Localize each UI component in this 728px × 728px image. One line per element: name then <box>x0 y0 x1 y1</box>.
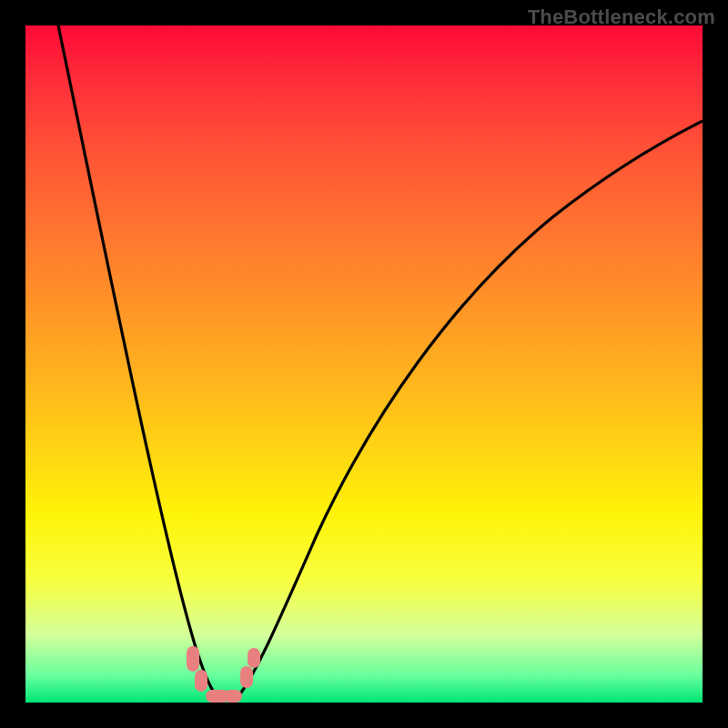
marker-point <box>187 646 199 672</box>
marker-point <box>224 690 242 703</box>
curve-left-branch <box>58 25 220 701</box>
watermark-text: TheBottleneck.com <box>528 5 715 29</box>
marker-point <box>248 648 260 668</box>
marker-point <box>240 666 253 688</box>
chart-plot-area <box>25 25 703 703</box>
bottleneck-curve <box>25 25 703 703</box>
curve-right-branch <box>235 121 703 701</box>
marker-point <box>195 670 207 692</box>
